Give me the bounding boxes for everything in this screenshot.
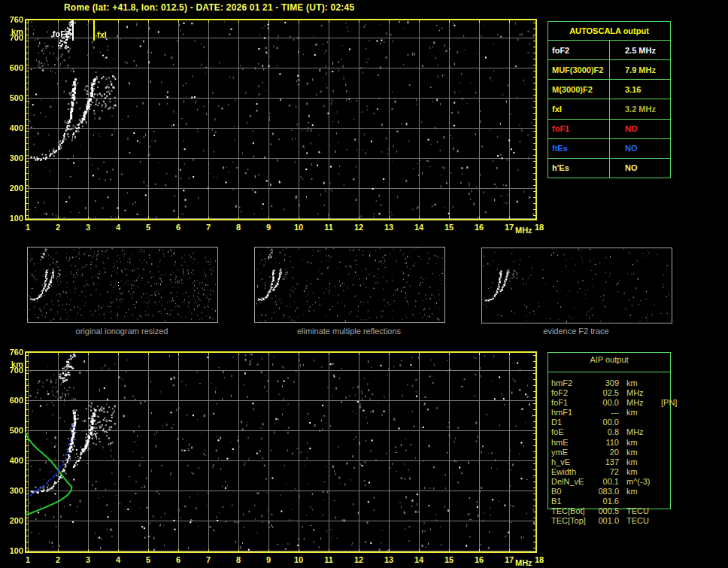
x-tick-label: 12	[354, 223, 363, 232]
aip-param-unit	[626, 418, 660, 427]
x-tick-label: 6	[176, 555, 180, 564]
x-axis-unit-label: MHz	[515, 558, 532, 567]
x-tick-label: 18	[535, 223, 544, 232]
aip-param-value: 02.5	[593, 388, 619, 398]
y-tick-label: 300	[0, 153, 23, 163]
x-tick-label: 2	[56, 555, 60, 564]
aip-param-label: hmE	[551, 438, 593, 448]
x-tick-label: 7	[206, 555, 211, 564]
y-tick-label: 200	[0, 184, 23, 193]
thumbnail-evidence-f2-trace	[481, 248, 672, 323]
autoscala-param-label: MUF(3000)F2	[548, 60, 610, 79]
autoscala-param-value: 7.9 MHz	[610, 65, 656, 74]
autoscala-row-h'Es: h'EsNO	[548, 159, 670, 178]
y-tick-label: 500	[0, 426, 23, 435]
aip-param-label: D1	[551, 418, 593, 427]
autoscala-row-M(3000)F2: M(3000)F23.16	[548, 80, 670, 99]
aip-param-label: ymE	[551, 448, 593, 457]
aip-row-TEC[Bot]: TEC[Bot]000.5TECU	[548, 506, 720, 516]
x-tick-label: 16	[475, 555, 484, 564]
x-tick-label: 3	[86, 555, 90, 564]
autoscala-row-MUF(3000)F2: MUF(3000)F27.9 MHz	[548, 60, 670, 80]
aip-param-label: hmF2	[551, 378, 593, 388]
x-tick-label: 8	[236, 223, 241, 232]
aip-param-unit: km	[626, 378, 660, 388]
autoscala-table-header: AUTOSCALA output	[548, 22, 670, 41]
thumbnail-eliminate-reflections	[254, 247, 445, 323]
aip-row-foE: foE0.8MHz	[548, 427, 720, 437]
x-tick-label: 1	[26, 223, 30, 232]
page-title: Rome (lat: +41.8, lon: 012.5) - DATE: 20…	[64, 2, 354, 13]
y-tick-label: 600	[0, 63, 23, 72]
x-tick-label: 18	[535, 555, 544, 564]
aip-param-unit: km	[626, 467, 660, 477]
aip-param-label: hmF1	[551, 408, 593, 418]
autoscala-param-value: 3.16	[610, 85, 641, 94]
x-tick-label: 7	[206, 223, 211, 232]
autoscala-param-label: fxI	[548, 99, 610, 118]
y-tick-label: 100	[0, 214, 23, 223]
y-tick-label: 760	[0, 15, 23, 24]
x-tick-label: 12	[354, 555, 363, 564]
aip-param-label: foF1	[551, 398, 593, 408]
x-tick-label: 4	[116, 223, 120, 232]
aip-row-h_vE: h_vE137km	[548, 457, 720, 467]
x-tick-label: 17	[505, 223, 514, 232]
aip-row-B0: B0083.0km	[548, 487, 720, 497]
x-tick-label: 9	[266, 555, 271, 564]
autoscala-param-label: h'Es	[548, 159, 610, 178]
aip-param-value: 110	[593, 438, 619, 448]
aip-table-rows: hmF2309kmfoF202.5MHzfoF100.0MHz[PN]hmF1-…	[548, 378, 720, 526]
x-tick-label: 15	[444, 555, 453, 564]
aip-param-unit: TECU	[626, 506, 660, 516]
x-tick-label: 8	[236, 555, 241, 564]
x-tick-label: 4	[116, 555, 120, 564]
aip-param-value: 137	[593, 457, 619, 467]
aip-param-label: foE	[551, 427, 593, 437]
y-tick-label: 400	[0, 123, 23, 132]
autoscala-param-label: M(3000)F2	[548, 80, 610, 99]
aip-param-label: foF2	[551, 388, 593, 398]
y-tick-label: 500	[0, 93, 23, 102]
fxI-marker-label: fxI	[97, 30, 107, 39]
autoscala-param-value: NO	[610, 124, 638, 133]
main-ionogram-canvas	[25, 19, 537, 220]
thumbnail-caption-3: evidence F2 trace	[478, 327, 674, 336]
aip-param-label: TEC[Top]	[551, 516, 593, 526]
x-tick-label: 13	[384, 223, 393, 232]
autoscala-row-ftEs: ftEsNO	[548, 139, 670, 159]
x-tick-label: 11	[324, 555, 333, 564]
x-tick-label: 9	[266, 223, 271, 232]
aip-param-unit: TECU	[626, 516, 660, 526]
autoscala-output-table: AUTOSCALA output foF22.5 MHzMUF(3000)F27…	[548, 21, 671, 178]
aip-param-label: B1	[551, 497, 593, 506]
x-tick-label: 10	[294, 223, 303, 232]
autoscala-row-foF2: foF22.5 MHz	[548, 41, 670, 60]
aip-param-label: B0	[551, 487, 593, 497]
autoscala-row-foF1: foF1NO	[548, 120, 670, 139]
aip-param-unit: km	[626, 457, 660, 467]
x-tick-label: 10	[294, 555, 303, 564]
aip-row-D1: D100.0	[548, 418, 720, 427]
aip-param-unit: MHz	[626, 388, 660, 398]
aip-row-hmF2: hmF2309km	[548, 378, 720, 388]
aip-param-value: 01.6	[593, 497, 619, 506]
aip-header-separator	[548, 372, 671, 372]
aip-param-value: ---	[593, 408, 619, 418]
aip-param-value: 72	[593, 467, 619, 477]
restored-ionogram-canvas	[25, 351, 537, 553]
x-tick-label: 13	[384, 555, 393, 564]
y-tick-label: 600	[0, 396, 23, 405]
y-tick-label: 300	[0, 486, 23, 495]
aip-param-value: 0.8	[593, 427, 619, 437]
autoscala-param-label: ftEs	[548, 139, 610, 158]
aip-param-unit: MHz	[626, 398, 660, 408]
thumbnail-caption-2: eliminate multiple reflections	[251, 327, 447, 336]
aip-param-label: TEC[Bot]	[551, 506, 593, 516]
x-tick-label: 1	[26, 555, 30, 564]
autoscala-param-value: 3.2 MHz	[610, 105, 656, 114]
thumbnail-caption-1: original ionogram resized	[24, 327, 220, 336]
aip-param-unit: km	[626, 487, 660, 497]
aip-param-unit: MHz	[626, 427, 660, 437]
aip-row-foF1: foF100.0MHz[PN]	[548, 398, 720, 408]
